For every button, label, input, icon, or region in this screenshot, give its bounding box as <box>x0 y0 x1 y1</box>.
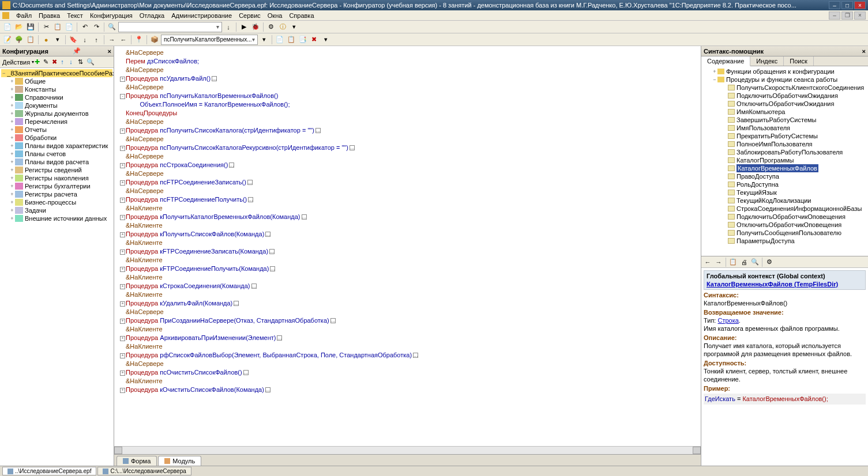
syntax-item[interactable]: ИмяПользователя <box>702 124 867 132</box>
paste-icon[interactable]: 📄 <box>64 22 74 32</box>
syntax-tree[interactable]: + Функции обращения к конфигурации − Про… <box>701 66 868 256</box>
undo-icon[interactable]: ↶ <box>80 22 90 32</box>
collapsed-marker[interactable]: … <box>413 353 418 358</box>
maximize-button[interactable]: □ <box>841 1 853 9</box>
menu-Конфигурация[interactable]: Конфигурация <box>87 12 136 19</box>
bookmark-prev-icon[interactable]: ↑ <box>91 35 102 45</box>
fold-toggle[interactable]: + <box>119 195 126 204</box>
help-opt-icon[interactable]: ⚙ <box>764 257 775 267</box>
fold-toggle[interactable]: - <box>119 92 126 100</box>
config-panel-close-icon[interactable]: × <box>108 48 111 55</box>
collapsed-marker[interactable]: … <box>270 266 275 271</box>
sort-icon[interactable]: ⇅ <box>78 58 86 66</box>
open-icon[interactable]: 📂 <box>14 22 24 32</box>
collapsed-marker[interactable]: … <box>229 163 234 168</box>
close-button[interactable]: × <box>854 1 866 9</box>
scroll-right-button[interactable] <box>693 447 701 454</box>
tree-item[interactable]: +Перечисления <box>1 118 112 126</box>
help-back-icon[interactable]: ← <box>702 257 713 267</box>
syntax-item[interactable]: ЗаблокироватьРаботуПользователя <box>702 148 867 156</box>
tree-item[interactable]: +Обработки <box>1 134 112 142</box>
fold-toggle[interactable]: + <box>119 213 126 221</box>
dropdown-icon[interactable]: ▾ <box>321 35 331 45</box>
fold-toggle[interactable]: + <box>119 126 126 135</box>
fold-toggle[interactable]: + <box>119 265 126 273</box>
syntax-tab-2[interactable]: Поиск <box>784 56 813 66</box>
syntax-item[interactable]: ПодключитьОбработчикОжидания <box>702 92 867 100</box>
goto-icon[interactable]: 📍 <box>134 35 144 45</box>
syntax-item[interactable]: СтрокаСоединенияИнформационнойБазы <box>702 205 867 213</box>
help-fwd-icon[interactable]: → <box>713 257 724 267</box>
procedure-combo[interactable]: псПолучитьКаталогВременных... <box>161 35 258 45</box>
tree-item[interactable]: +Журналы документов <box>1 109 112 118</box>
mdi-minimize-button[interactable]: – <box>829 12 840 20</box>
tree-item[interactable]: +Константы <box>1 85 112 93</box>
debug-icon[interactable]: 🐞 <box>250 22 261 32</box>
fold-toggle[interactable]: + <box>119 299 126 308</box>
collapsed-marker[interactable]: … <box>234 301 239 306</box>
collapsed-marker[interactable]: … <box>277 335 282 341</box>
mdi-restore-button[interactable]: ❐ <box>841 12 853 20</box>
syntax-item[interactable]: КаталогПрограммы <box>702 156 867 164</box>
code-editor[interactable]: &НаСервереПерем дзСписокФайлов;&НаСервер… <box>114 46 701 446</box>
del-icon[interactable]: ✖ <box>52 58 60 66</box>
help-find-icon[interactable]: 🔍 <box>750 257 760 267</box>
search-combo[interactable] <box>118 22 222 32</box>
doc-tab[interactable]: C:\...\ИсследованиеСервера <box>97 467 191 475</box>
tab-module[interactable]: Модуль <box>158 456 201 466</box>
copy-icon[interactable]: 📋 <box>52 22 63 32</box>
down-icon[interactable]: ↓ <box>69 58 77 66</box>
app-menu-icon[interactable] <box>2 12 9 19</box>
fold-toggle[interactable]: + <box>119 143 126 152</box>
doc-tab[interactable]: ..\ИсследованиеСервера.epf <box>2 467 96 475</box>
syntax-group[interactable]: + Функции обращения к конфигурации <box>702 67 867 75</box>
tree-item[interactable]: +Отчеты <box>1 126 112 134</box>
module-icon[interactable]: 📦 <box>149 35 160 45</box>
add-icon[interactable]: ✚ <box>35 58 43 66</box>
actions-button[interactable]: Действия <box>1 59 31 66</box>
collapsed-marker[interactable]: … <box>251 284 257 289</box>
config-icon[interactable]: ⚙ <box>266 22 276 32</box>
fold-toggle[interactable]: + <box>119 368 126 377</box>
syntax-item[interactable]: ПолучитьСообщенияПользователю <box>702 229 867 237</box>
syntax-item[interactable]: ПараметрыДоступа <box>702 237 867 245</box>
syntax-item[interactable]: ЗавершитьРаботуСистемы <box>702 116 867 124</box>
help-type-link[interactable]: Строка <box>717 317 738 324</box>
syntax-item[interactable]: ПрекратитьРаботуСистемы <box>702 132 867 140</box>
menu-Отладка[interactable]: Отладка <box>136 12 168 19</box>
fold-toggle[interactable]: + <box>119 334 126 342</box>
menu-Файл[interactable]: Файл <box>13 12 35 19</box>
help-icon[interactable]: ⓘ <box>277 22 288 32</box>
help-function-name[interactable]: КаталогВременныхФайлов (TempFilesDir) <box>707 280 863 288</box>
save-icon[interactable]: 💾 <box>25 22 36 32</box>
scroll-left-button[interactable] <box>114 447 122 454</box>
tree-icon[interactable]: 🌳 <box>14 35 24 45</box>
new-icon[interactable]: 📄 <box>2 22 13 32</box>
tree-item[interactable]: +Задачи <box>1 206 112 214</box>
menu-Текст[interactable]: Текст <box>63 12 87 19</box>
redo-icon[interactable]: ↷ <box>91 22 102 32</box>
tree-item[interactable]: +Внешние источники данных <box>1 214 112 222</box>
tree-root[interactable]: − _8ЗанятийПрактическоеПособиеРазработч <box>1 69 112 77</box>
delete-mark-icon[interactable]: ✖ <box>309 35 320 45</box>
syntax-item[interactable]: ПолучитьСкоростьКлиентскогоСоединения <box>702 84 867 92</box>
syntax-item[interactable]: ПравоДоступа <box>702 172 867 180</box>
bookmark-icon[interactable]: 🔖 <box>68 35 78 45</box>
tree-item[interactable]: +Регистры сведений <box>1 166 112 174</box>
fold-toggle[interactable]: + <box>119 282 126 290</box>
search-icon[interactable]: 🔍 <box>87 58 95 66</box>
collapsed-marker[interactable]: … <box>269 249 275 254</box>
tree-item[interactable]: +Общие <box>1 77 112 85</box>
tree-item[interactable]: +Документы <box>1 101 112 109</box>
syntax-item[interactable]: ТекущийЯзык <box>702 188 867 197</box>
syntax-item[interactable]: ПодключитьОбработчикОповещения <box>702 213 867 221</box>
menu-Сервис[interactable]: Сервис <box>235 12 264 19</box>
fold-toggle[interactable]: + <box>119 316 126 325</box>
collapsed-marker[interactable]: … <box>302 214 307 220</box>
fold-toggle[interactable]: + <box>119 74 126 83</box>
syntax-tab-0[interactable]: Содержание <box>701 56 750 66</box>
syntax-tab-1[interactable]: Индекс <box>750 56 784 66</box>
nav-icon[interactable]: ▾ <box>259 35 269 45</box>
cut-icon[interactable]: ✂ <box>41 22 51 32</box>
syntax-group[interactable]: − Процедуры и функции сеанса работы <box>702 75 867 84</box>
